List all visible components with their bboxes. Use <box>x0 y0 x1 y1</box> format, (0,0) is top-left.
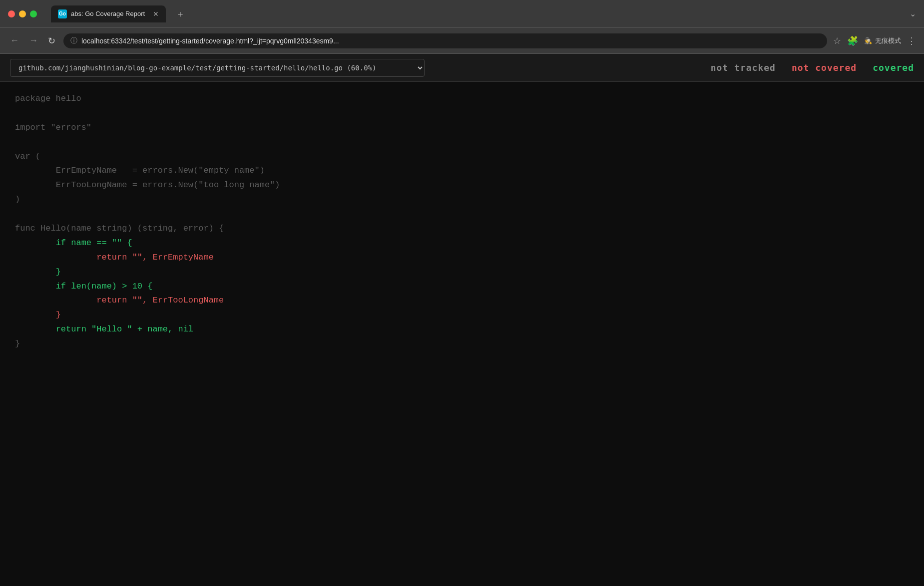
tab-title: abs: Go Coverage Report <box>71 10 145 17</box>
address-input[interactable] <box>81 37 820 45</box>
code-line: return "", ErrEmptyName <box>15 251 909 265</box>
extensions-icon[interactable]: 🧩 <box>847 35 858 46</box>
close-button[interactable] <box>8 10 15 17</box>
code-line: func Hello(name string) (string, error) … <box>15 222 909 236</box>
legend-covered: covered <box>873 62 914 73</box>
code-line: if name == "" { <box>15 236 909 251</box>
code-line: var ( <box>15 150 909 164</box>
incognito-button[interactable]: 🕵 无痕模式 <box>864 36 901 45</box>
tab-favicon: Go <box>58 9 67 18</box>
legend: not tracked not covered covered <box>711 62 914 73</box>
maximize-button[interactable] <box>30 10 37 17</box>
code-line: ErrTooLongName = errors.New("too long na… <box>15 178 909 193</box>
tab-close-icon[interactable]: ✕ <box>153 10 159 18</box>
info-icon: ⓘ <box>70 36 77 45</box>
active-tab[interactable]: Go abs: Go Coverage Report ✕ <box>51 5 166 22</box>
incognito-label: 无痕模式 <box>875 36 901 45</box>
file-select[interactable]: github.com/jianghushinian/blog-go-exampl… <box>10 59 425 77</box>
incognito-icon: 🕵 <box>864 37 872 44</box>
new-tab-icon[interactable]: ＋ <box>176 8 185 20</box>
bookmark-icon[interactable]: ☆ <box>833 35 841 46</box>
refresh-button[interactable]: ↻ <box>46 33 57 48</box>
minimize-button[interactable] <box>19 10 26 17</box>
more-options-icon[interactable]: ⋮ <box>907 35 916 46</box>
forward-button[interactable]: → <box>27 33 40 48</box>
chevron-down-icon[interactable]: ⌄ <box>910 9 916 18</box>
code-empty-line <box>15 207 909 222</box>
code-line: if len(name) > 10 { <box>15 280 909 294</box>
code-line: return "", ErrTooLongName <box>15 293 909 308</box>
code-empty-line <box>15 106 909 121</box>
code-line: } <box>15 265 909 280</box>
code-line: } <box>15 337 909 351</box>
address-input-wrapper[interactable]: ⓘ <box>63 33 827 48</box>
code-line: } <box>15 308 909 322</box>
code-area: package helloimport "errors"var ( ErrEmp… <box>0 82 924 586</box>
code-empty-line <box>15 135 909 150</box>
code-line: ) <box>15 193 909 207</box>
code-line: import "errors" <box>15 121 909 135</box>
code-line: package hello <box>15 92 909 106</box>
title-bar: Go abs: Go Coverage Report ✕ ＋ ⌄ <box>0 0 924 28</box>
legend-not-covered: not covered <box>792 62 857 73</box>
window-controls <box>8 10 37 17</box>
back-button[interactable]: ← <box>8 33 21 48</box>
code-line: ErrEmptyName = errors.New("empty name") <box>15 164 909 178</box>
legend-not-tracked: not tracked <box>711 62 776 73</box>
code-line: return "Hello " + name, nil <box>15 322 909 337</box>
address-bar: ← → ↻ ⓘ ☆ 🧩 🕵 无痕模式 ⋮ <box>0 28 924 54</box>
toolbar: github.com/jianghushinian/blog-go-exampl… <box>0 54 924 82</box>
